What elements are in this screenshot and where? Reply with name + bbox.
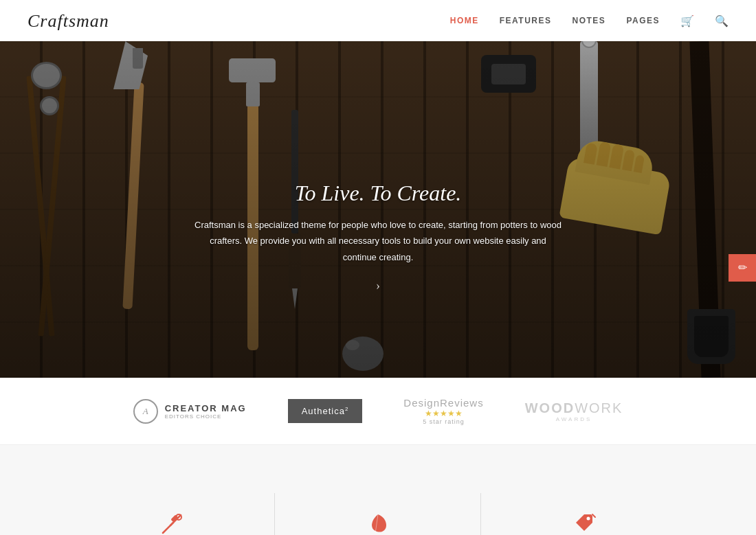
tools-icon (96, 507, 247, 535)
hero-text-block: To Live. To Create. Craftsman is a speci… (179, 167, 577, 307)
axe-tool (113, 41, 155, 302)
logo-text: Craftsman (27, 11, 109, 31)
nav: HOME FEATURES NOTES PAGES 🛒 🔍 (450, 14, 729, 27)
hero-title: To Live. To Create. (192, 181, 564, 206)
glove-tool (564, 144, 674, 234)
brand-woodwork: WOODWORK AWARDS (525, 400, 623, 422)
cart-icon[interactable]: 🛒 (680, 14, 694, 27)
creator-mag-logo: A (133, 399, 158, 424)
nav-pages[interactable]: PAGES (626, 16, 660, 25)
design-reviews-stars: ★★★★★ (403, 409, 483, 418)
edit-button[interactable]: ✏ (729, 254, 756, 282)
design-reviews-name: DesignReviews (403, 397, 483, 409)
features-section: Traditional methods Aenean diam nisl, di… (0, 445, 756, 535)
brands-section: A CREATOR MAG EDITORS CHOICE Authetica2 … (0, 378, 756, 445)
hero-arrow[interactable]: › (192, 279, 564, 293)
tape-measure (481, 55, 536, 93)
woodwork-sub: AWARDS (525, 416, 623, 422)
authetica-name: Authetica2 (302, 406, 349, 416)
header: Craftsman HOME FEATURES NOTES PAGES 🛒 🔍 (0, 0, 756, 41)
features-grid: Traditional methods Aenean diam nisl, di… (69, 493, 687, 535)
woodwork-text: WOODWORK (525, 400, 623, 416)
feature-environment: Environment friendly Aenean diam nisl, d… (275, 493, 481, 535)
feature-traditional: Traditional methods Aenean diam nisl, di… (69, 493, 275, 535)
creator-mag-text: CREATOR MAG EDITORS CHOICE (165, 403, 247, 420)
nav-home[interactable]: HOME (450, 16, 479, 25)
svg-line-6 (592, 514, 595, 517)
mug-tool (687, 309, 735, 364)
tools-svg (159, 512, 184, 535)
svg-point-5 (587, 517, 590, 521)
orb-tool (342, 337, 383, 371)
hero-subtitle: Craftsman is a specialized theme for peo… (192, 217, 564, 265)
hero-section: To Live. To Create. Craftsman is a speci… (0, 41, 756, 378)
authetica-sup: 2 (345, 406, 348, 412)
brand-design-reviews: DesignReviews ★★★★★ 5 star rating (403, 397, 483, 425)
creator-mag-name: CREATOR MAG (165, 403, 247, 413)
creator-mag-sub: EDITORS CHOICE (165, 413, 247, 420)
brand-authetica: Authetica2 (288, 399, 363, 423)
tag-svg (572, 512, 597, 535)
tag-icon (509, 507, 660, 535)
nav-notes[interactable]: NOTES (572, 16, 606, 25)
leaf-svg (366, 512, 390, 535)
logo[interactable]: Craftsman (27, 10, 109, 32)
nav-features[interactable]: FEATURES (500, 16, 552, 25)
leaf-icon (302, 507, 453, 535)
scissors-tool (34, 41, 76, 378)
search-icon[interactable]: 🔍 (715, 14, 729, 27)
design-reviews-sub: 5 star rating (403, 418, 483, 425)
brand-creator-mag: A CREATOR MAG EDITORS CHOICE (133, 399, 247, 424)
feature-affordable: Affordable design Aenean diam nisl, dict… (481, 493, 687, 535)
